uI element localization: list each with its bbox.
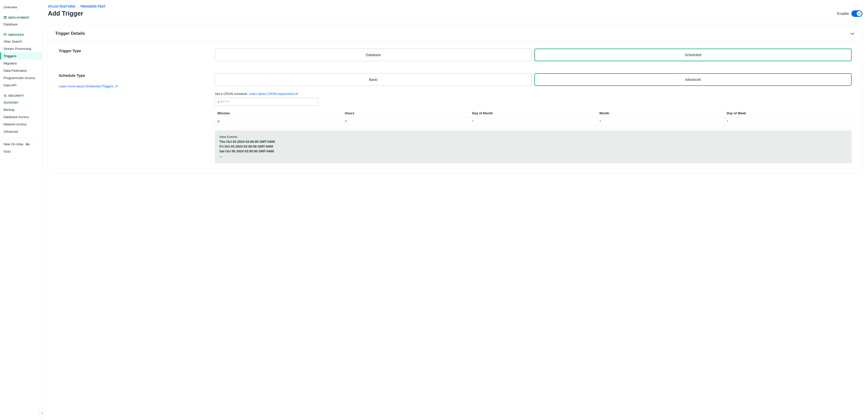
- trigger-type-scheduled[interactable]: Scheduled: [534, 49, 851, 61]
- sidebar-item-new-on-atlas[interactable]: New On Atlas 9+: [0, 140, 42, 148]
- trigger-type-label: Trigger Type: [59, 49, 200, 53]
- enable-toggle[interactable]: [851, 10, 863, 17]
- trigger-type-database[interactable]: Database: [215, 49, 532, 61]
- card-title: Trigger Details: [55, 31, 85, 36]
- sidebar-item-stream-processing[interactable]: Stream Processing: [0, 45, 42, 53]
- cron-cell-month: *: [597, 117, 724, 126]
- sidebar-item-overview[interactable]: Overview: [0, 3, 42, 11]
- cron-cell-dom: *: [469, 117, 597, 126]
- chevron-left-icon: [41, 412, 43, 415]
- page-title: Add Trigger: [48, 10, 83, 17]
- sidebar-section-deployment: DEPLOYMENT: [0, 13, 42, 21]
- card-header[interactable]: Trigger Details: [48, 25, 862, 41]
- sidebar-item-data-federation[interactable]: Data Federation: [0, 67, 42, 74]
- services-icon: [3, 33, 7, 36]
- enable-control: Enable: [837, 10, 863, 17]
- sidebar-item-data-api[interactable]: Data API: [0, 82, 42, 89]
- cron-header-month: Month: [597, 109, 724, 117]
- next-events-more: ...: [219, 154, 847, 158]
- cron-cell-dow: *: [724, 117, 851, 126]
- cron-help-text: Set a CRON schedule. Learn about CRON ex…: [215, 92, 851, 96]
- trigger-type-row: Trigger Type Database Scheduled: [59, 49, 851, 61]
- sidebar-item-backup[interactable]: Backup: [0, 106, 42, 113]
- sidebar-item-network-access[interactable]: Network Access: [0, 121, 42, 128]
- sidebar: Overview DEPLOYMENT Database SERVICES At…: [0, 0, 42, 420]
- sidebar-item-database-access[interactable]: Database Access: [0, 113, 42, 121]
- schedule-type-segment: Basic Advanced: [215, 73, 851, 86]
- cron-cell-minutes: 0: [215, 117, 342, 126]
- schedule-type-label: Schedule Type: [59, 73, 200, 77]
- sidebar-item-quickstart[interactable]: Quickstart: [0, 99, 42, 106]
- next-events-title: Next Events:: [219, 135, 847, 139]
- next-events-box: Next Events: Thu Oct 03 2024 03:00:00 GM…: [215, 130, 851, 163]
- breadcrumb-separator: ›: [77, 5, 78, 8]
- breadcrumb-org[interactable]: ATLAS-TEST-ORG: [48, 5, 75, 8]
- next-event-2: Sat Oct 05 2024 03:00:00 GMT-0400: [219, 149, 847, 153]
- sidebar-item-atlas-search[interactable]: Atlas Search: [0, 38, 42, 45]
- chevron-down-icon: [849, 31, 855, 36]
- sidebar-section-security: SECURITY: [0, 91, 42, 99]
- svg-rect-2: [4, 95, 6, 97]
- cron-expression-input[interactable]: [215, 98, 318, 106]
- next-event-1: Fri Oct 04 2024 03:00:00 GMT-0400: [219, 144, 847, 148]
- trigger-type-segment: Database Scheduled: [215, 49, 851, 61]
- schedule-type-advanced[interactable]: Advanced: [534, 73, 851, 86]
- breadcrumb-project[interactable]: TRIGGERS-TEST: [80, 5, 105, 8]
- trigger-details-card: Trigger Details Trigger Type Database Sc…: [48, 25, 863, 174]
- sidebar-item-goto[interactable]: Goto: [0, 148, 42, 155]
- schedule-type-row: Schedule Type Learn more about Scheduled…: [59, 73, 851, 163]
- schedule-type-basic[interactable]: Basic: [215, 73, 532, 86]
- svg-rect-1: [4, 33, 6, 35]
- sidebar-section-services: SERVICES: [0, 30, 42, 38]
- toggle-knob: [857, 11, 862, 16]
- cron-header-dom: Day of Month: [469, 109, 597, 117]
- cron-header-hours: Hours: [342, 109, 469, 117]
- sidebar-item-migration[interactable]: Migration: [0, 60, 42, 67]
- enable-label: Enable: [837, 11, 849, 15]
- next-event-0: Thu Oct 03 2024 03:00:00 GMT-0400: [219, 140, 847, 143]
- lock-icon: [3, 94, 7, 97]
- external-link-icon: [296, 93, 298, 95]
- cron-header-minutes: Minutes: [215, 109, 342, 117]
- sidebar-item-database[interactable]: Database: [0, 21, 42, 28]
- new-badge: 9+: [25, 142, 31, 146]
- deployment-icon: [3, 16, 7, 19]
- sidebar-item-programmatic-access[interactable]: Programmatic Access: [0, 74, 42, 82]
- check-icon: [858, 12, 861, 15]
- learn-cron-link[interactable]: Learn about CRON expressions: [249, 92, 298, 96]
- svg-point-0: [4, 16, 6, 17]
- page-header: Add Trigger Enable: [48, 8, 863, 22]
- learn-scheduled-triggers-link[interactable]: Learn more about Scheduled Triggers.: [59, 84, 118, 88]
- breadcrumb: ATLAS-TEST-ORG › TRIGGERS-TEST: [48, 0, 863, 8]
- main-content: ATLAS-TEST-ORG › TRIGGERS-TEST Add Trigg…: [42, 0, 868, 420]
- cron-cell-hours: 7: [342, 117, 469, 126]
- sidebar-item-advanced[interactable]: Advanced: [0, 128, 42, 135]
- table-row: 0 7 * * *: [215, 117, 851, 126]
- collapse-sidebar-button[interactable]: [39, 410, 45, 417]
- card-body: Trigger Type Database Scheduled Schedule…: [48, 41, 862, 163]
- cron-header-dow: Day of Week: [724, 109, 851, 117]
- external-link-icon: [115, 85, 118, 87]
- sidebar-item-triggers[interactable]: Triggers: [0, 53, 42, 60]
- cron-table: Minutes Hours Day of Month Month Day of …: [215, 109, 851, 126]
- divider: [0, 138, 42, 138]
